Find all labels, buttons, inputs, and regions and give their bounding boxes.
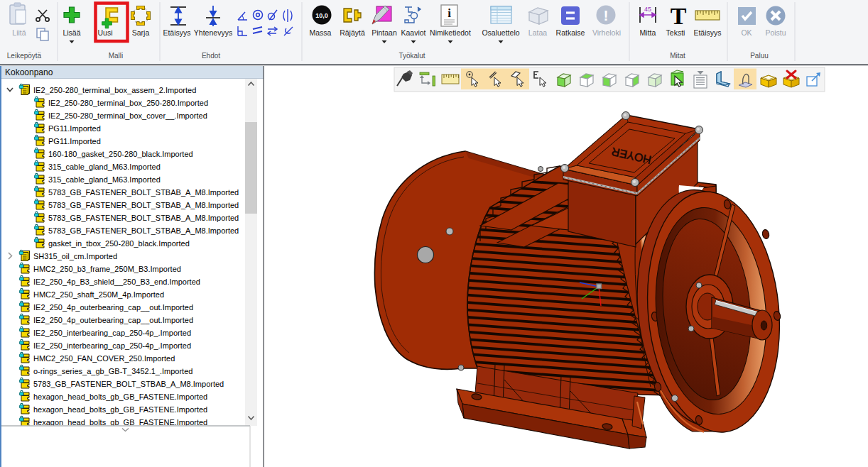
svg-text:Uusi: Uusi — [97, 28, 112, 37]
svg-text:315_cable_gland_M63.Imported: 315_cable_gland_M63.Imported — [48, 163, 161, 171]
svg-text:IE2_250_4p_outerbearing_cap__o: IE2_250_4p_outerbearing_cap__out.Importe… — [33, 303, 193, 312]
svg-text:Kaaviot: Kaaviot — [401, 28, 425, 37]
svg-text:Räjäytä: Räjäytä — [340, 28, 365, 37]
svg-text:T: T — [671, 3, 687, 29]
svg-text:5783_GB_FASTENER_BOLT_STBAB_A_: 5783_GB_FASTENER_BOLT_STBAB_A_M8.Importe… — [33, 380, 224, 388]
svg-text:Etäisyys: Etäisyys — [693, 28, 721, 37]
svg-text:Leikepöytä: Leikepöytä — [7, 52, 42, 60]
svg-text:hexagon_head_bolts_gb_GB_FASTE: hexagon_head_bolts_gb_GB_FASTENE.Importe… — [33, 405, 207, 414]
svg-text:HMC2_250_shaft_250M_4p.Importe: HMC2_250_shaft_250M_4p.Imported — [33, 290, 164, 299]
svg-text:5783_GB_FASTENER_BOLT_STBAB_A_: 5783_GB_FASTENER_BOLT_STBAB_A_M8.Importe… — [48, 226, 239, 235]
svg-text:Paluu: Paluu — [750, 52, 769, 60]
svg-text:Sarja: Sarja — [132, 28, 150, 37]
svg-text:315_cable_gland_M63.Imported: 315_cable_gland_M63.Imported — [48, 175, 161, 184]
svg-text:IE2_250_4p_outerbearing_cap__o: IE2_250_4p_outerbearing_cap__out.Importe… — [33, 316, 193, 324]
svg-text:Työkalut: Työkalut — [398, 52, 425, 60]
svg-text:Ratkaise: Ratkaise — [556, 28, 585, 37]
svg-text:IE2_250-280_terminal_box_250-2: IE2_250-280_terminal_box_250-280.Importe… — [48, 99, 208, 107]
svg-text:IE2_250-280_terminal_box_cover: IE2_250-280_terminal_box_cover__.Importe… — [48, 111, 207, 120]
svg-text:Etäisyys: Etäisyys — [163, 28, 190, 37]
svg-text:gasket_in_tbox_250-280_black.I: gasket_in_tbox_250-280_black.Imported — [48, 239, 190, 248]
svg-text:Teksti: Teksti — [666, 28, 685, 37]
svg-text:OK: OK — [741, 28, 752, 37]
svg-text:Pintaan: Pintaan — [371, 28, 397, 37]
svg-text:Mitat: Mitat — [670, 52, 685, 60]
svg-text:PG11.Imported: PG11.Imported — [48, 124, 101, 133]
svg-text:Virheloki: Virheloki — [592, 28, 621, 37]
svg-text:PG11.Imported: PG11.Imported — [48, 137, 101, 145]
svg-text:i: i — [447, 6, 451, 20]
svg-text:Poistu: Poistu — [765, 28, 786, 37]
svg-text:5783_GB_FASTENER_BOLT_STBAB_A_: 5783_GB_FASTENER_BOLT_STBAB_A_M8.Importe… — [48, 188, 239, 197]
svg-text:5783_GB_FASTENER_BOLT_STBAB_A_: 5783_GB_FASTENER_BOLT_STBAB_A_M8.Importe… — [48, 214, 239, 222]
svg-text:Yhtenevyys: Yhtenevyys — [194, 28, 232, 37]
svg-text:hexagon_head_bolts_gb_GB_FASTE: hexagon_head_bolts_gb_GB_FASTENE.Importe… — [33, 392, 207, 401]
svg-text:IE2_250_interbearing_cap_250-4: IE2_250_interbearing_cap_250-4p_.Importe… — [33, 341, 191, 350]
svg-text:HMC2_250_b3_frame_250M_B3.Impo: HMC2_250_b3_frame_250M_B3.Imported — [33, 265, 181, 273]
svg-text:IE2_250_4p_B3_shield__250_B3_e: IE2_250_4p_B3_shield__250_B3_end.Importe… — [33, 278, 200, 286]
svg-text:10,0: 10,0 — [315, 12, 328, 19]
svg-text:o-rings_series_a_gb_GB-T_3452.: o-rings_series_a_gb_GB-T_3452.1_.Importe… — [33, 367, 192, 375]
svg-text:Mitta: Mitta — [640, 28, 656, 37]
svg-text:Lataa: Lataa — [528, 28, 547, 37]
svg-text:hexagon_head_bolts_gb_GB_FASTE: hexagon_head_bolts_gb_GB_FASTENE.Importe… — [33, 418, 207, 427]
svg-text:Massa: Massa — [310, 28, 332, 37]
svg-text:Lisää: Lisää — [63, 28, 80, 37]
svg-text:160-180_gasket_250-280_black.I: 160-180_gasket_250-280_black.Imported — [48, 150, 193, 158]
svg-text:Liitä: Liitä — [12, 28, 26, 37]
svg-text:!: ! — [604, 7, 609, 23]
svg-text:5783_GB_FASTENER_BOLT_STBAB_A_: 5783_GB_FASTENER_BOLT_STBAB_A_M8.Importe… — [48, 201, 239, 209]
svg-text:Malli: Malli — [109, 52, 124, 60]
svg-text:Osaluettelo: Osaluettelo — [482, 28, 519, 37]
svg-text:IE2_250_interbearing_cap_250-4: IE2_250_interbearing_cap_250-4p_.Importe… — [33, 329, 191, 337]
svg-text:Kokoonpano: Kokoonpano — [5, 67, 53, 77]
svg-text:45: 45 — [644, 6, 651, 13]
svg-text:Ehdot: Ehdot — [202, 52, 220, 60]
svg-text:HMC2_250_FAN_COVER_250.Importe: HMC2_250_FAN_COVER_250.Imported — [33, 354, 175, 363]
svg-text:SH315_oil_cm.Imported: SH315_oil_cm.Imported — [33, 252, 117, 260]
svg-text:IE2_250-280_terminal_box_assem: IE2_250-280_terminal_box_assem_2.Importe… — [33, 86, 196, 94]
svg-text:Nimiketiedot: Nimiketiedot — [430, 28, 471, 37]
